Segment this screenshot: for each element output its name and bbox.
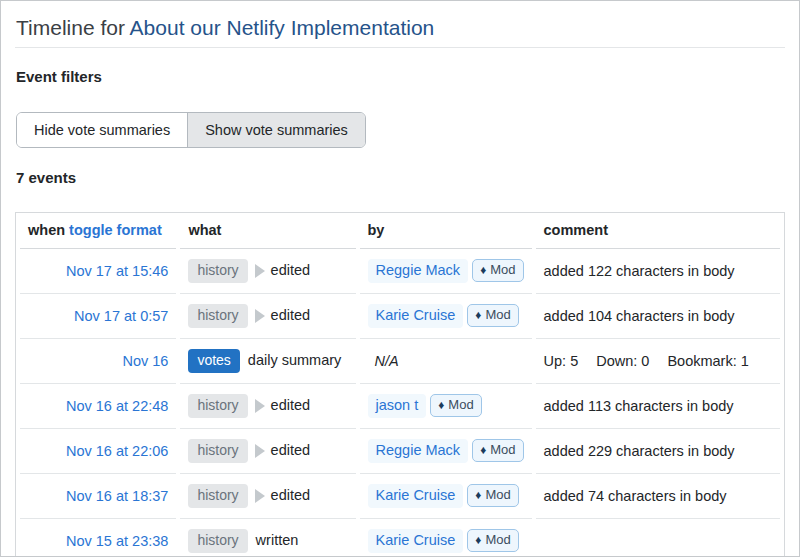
when-cell: Nov 16 at 22:48 xyxy=(20,383,176,428)
history-badge[interactable]: history xyxy=(188,304,247,328)
when-cell: Nov 17 at 15:46 xyxy=(20,249,176,293)
moderator-diamond-icon: ♦ xyxy=(475,533,481,547)
moderator-badge: ♦Mod xyxy=(472,439,523,462)
by-cell: Reggie Mack♦Mod xyxy=(360,249,532,293)
vote-summary-item: Down: 0 xyxy=(596,351,649,371)
moderator-badge: ♦Mod xyxy=(472,259,523,282)
table-row: Nov 16 at 22:48historyeditedjason t♦Moda… xyxy=(20,383,780,428)
comment-cell: added 229 characters in body xyxy=(536,428,780,473)
arrow-right-icon xyxy=(255,444,265,458)
event-name: edited xyxy=(271,442,311,458)
comment-text: added 104 characters in body xyxy=(544,308,735,324)
timeline-table: when toggle format what by comment Nov 1… xyxy=(15,212,785,557)
comment-text: added 229 characters in body xyxy=(544,443,735,459)
history-badge[interactable]: history xyxy=(188,259,247,283)
post-title-link[interactable]: About our Netlify Implementation xyxy=(130,16,435,39)
moderator-diamond-icon: ♦ xyxy=(480,263,486,277)
when-cell: Nov 16 at 18:37 xyxy=(20,473,176,518)
event-name: edited xyxy=(271,307,311,323)
history-badge[interactable]: history xyxy=(188,394,247,418)
moderator-badge: ♦Mod xyxy=(430,394,481,417)
user-link[interactable]: Reggie Mack xyxy=(368,439,469,463)
comment-cell xyxy=(536,518,780,557)
by-not-applicable: N/A xyxy=(375,353,399,369)
vote-summary-toggle-group: Hide vote summaries Show vote summaries xyxy=(16,112,366,148)
arrow-right-icon xyxy=(255,489,265,503)
moderator-badge-label: Mod xyxy=(485,307,510,322)
table-row: Nov 17 at 15:46historyeditedReggie Mack♦… xyxy=(20,249,780,293)
by-cell: Reggie Mack♦Mod xyxy=(360,428,532,473)
event-date-link[interactable]: Nov 17 at 15:46 xyxy=(66,263,168,279)
hide-vote-summaries-button[interactable]: Hide vote summaries xyxy=(17,113,187,147)
moderator-badge-label: Mod xyxy=(490,262,515,277)
event-name: daily summary xyxy=(248,352,341,368)
what-cell: historyedited xyxy=(180,428,355,473)
event-name: edited xyxy=(271,487,311,503)
event-name: edited xyxy=(271,397,311,413)
by-cell: jason t♦Mod xyxy=(360,383,532,428)
title-divider xyxy=(15,47,785,48)
table-header-row: when toggle format what by comment xyxy=(20,213,780,249)
what-cell: historyedited xyxy=(180,473,355,518)
arrow-right-icon xyxy=(255,399,265,413)
event-date-link[interactable]: Nov 16 at 22:06 xyxy=(66,443,168,459)
what-cell: votesdaily summary xyxy=(180,338,355,383)
moderator-badge-label: Mod xyxy=(490,442,515,457)
user-link[interactable]: Karie Cruise xyxy=(368,529,464,553)
comment-cell: added 122 characters in body xyxy=(536,249,780,293)
vote-summary-item: Up: 5 xyxy=(544,351,579,371)
event-filters-heading: Event filters xyxy=(16,68,784,86)
history-badge[interactable]: history xyxy=(188,529,247,553)
comment-text: added 122 characters in body xyxy=(544,263,735,279)
what-cell: historyedited xyxy=(180,249,355,293)
column-header-what: what xyxy=(180,213,355,249)
moderator-diamond-icon: ♦ xyxy=(475,488,481,502)
comment-text: added 113 characters in body xyxy=(544,398,734,414)
when-cell: Nov 16 xyxy=(20,338,176,383)
moderator-badge-label: Mod xyxy=(485,532,510,547)
table-row: Nov 17 at 0:57historyeditedKarie Cruise♦… xyxy=(20,293,780,338)
table-row: Nov 16 at 22:06historyeditedReggie Mack♦… xyxy=(20,428,780,473)
history-badge[interactable]: history xyxy=(188,484,247,508)
timeline-page: { "header": { "title_prefix": "Timeline … xyxy=(0,0,800,557)
user-link[interactable]: Karie Cruise xyxy=(368,484,464,508)
by-cell: Karie Cruise♦Mod xyxy=(360,473,532,518)
moderator-badge: ♦Mod xyxy=(467,304,518,327)
user-link[interactable]: Karie Cruise xyxy=(368,304,464,328)
by-cell: N/A xyxy=(360,338,532,383)
vote-summary-item: Bookmark: 1 xyxy=(667,351,748,371)
moderator-badge-label: Mod xyxy=(448,397,473,412)
arrow-right-icon xyxy=(255,264,265,278)
event-name: written xyxy=(256,532,299,548)
show-vote-summaries-button[interactable]: Show vote summaries xyxy=(187,113,365,147)
what-cell: historyedited xyxy=(180,293,355,338)
user-link[interactable]: jason t xyxy=(368,394,427,418)
votes-badge[interactable]: votes xyxy=(188,349,239,373)
by-cell: Karie Cruise♦Mod xyxy=(360,293,532,338)
what-cell: historyedited xyxy=(180,383,355,428)
comment-text: added 74 characters in body xyxy=(544,488,727,504)
event-date-link[interactable]: Nov 16 at 18:37 xyxy=(66,488,168,504)
by-cell: Karie Cruise♦Mod xyxy=(360,518,532,557)
history-badge[interactable]: history xyxy=(188,439,247,463)
table-row: Nov 16votesdaily summaryN/AUp: 5Down: 0B… xyxy=(20,338,780,383)
events-count: 7 events xyxy=(16,169,784,187)
arrow-right-icon xyxy=(255,309,265,323)
when-cell: Nov 15 at 23:38 xyxy=(20,518,176,557)
event-date-link[interactable]: Nov 16 at 22:48 xyxy=(66,398,168,414)
event-name: edited xyxy=(271,262,311,278)
what-cell: historywritten xyxy=(180,518,355,557)
when-cell: Nov 16 at 22:06 xyxy=(20,428,176,473)
user-link[interactable]: Reggie Mack xyxy=(368,259,469,283)
moderator-diamond-icon: ♦ xyxy=(475,308,481,322)
comment-cell: Up: 5Down: 0Bookmark: 1 xyxy=(536,338,780,383)
toggle-format-link[interactable]: toggle format xyxy=(69,222,162,238)
event-date-link[interactable]: Nov 16 xyxy=(122,353,168,369)
table-row: Nov 16 at 18:37historyeditedKarie Cruise… xyxy=(20,473,780,518)
moderator-badge: ♦Mod xyxy=(467,529,518,552)
event-date-link[interactable]: Nov 15 at 23:38 xyxy=(66,533,168,549)
page-title: Timeline for About our Netlify Implement… xyxy=(15,1,785,47)
event-date-link[interactable]: Nov 17 at 0:57 xyxy=(74,308,168,324)
comment-cell: added 113 characters in body xyxy=(536,383,780,428)
page-title-prefix: Timeline for xyxy=(16,16,130,39)
